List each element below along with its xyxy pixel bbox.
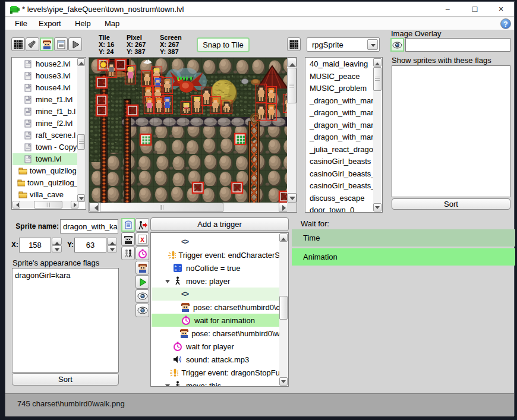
sprite-list-item[interactable]: discuss_escape	[306, 192, 374, 205]
help-icon[interactable]: ?	[500, 18, 511, 29]
tree-item-raft-scene-l[interactable]: raft_scene.l	[12, 130, 78, 141]
tree-item-mine-f1-b-l[interactable]: mine_f1_b.l	[12, 106, 78, 118]
tree-item-mine-f2-lvl[interactable]: mine_f2.lvl	[12, 118, 78, 130]
image-overlay-input[interactable]	[405, 38, 510, 52]
screen-coord-label: Screen	[160, 34, 182, 41]
trigger-vscrollbar[interactable]	[279, 233, 288, 386]
move-sprite-button[interactable]	[135, 218, 149, 232]
appearance-flag-item[interactable]: dragonGirl=kara	[15, 270, 116, 282]
properties-tool-button[interactable]	[54, 37, 68, 51]
trigger-row[interactable]: wait for animation	[152, 314, 280, 327]
pose-icon	[181, 302, 190, 312]
x-input[interactable]	[19, 238, 51, 252]
sprite-list-item[interactable]: door_town_0	[306, 204, 374, 213]
play-tool-button[interactable]	[68, 37, 82, 51]
tree-hscrollbar[interactable]	[12, 201, 78, 209]
tree-item-house4-lvl[interactable]: house4.lvl	[12, 82, 78, 94]
sprite-list-item[interactable]: _dragon_with_mar	[306, 107, 374, 119]
flags-filter-label: Show sprites with these flags	[392, 56, 491, 65]
trigger-row[interactable]: Trigger event: endCharacterS	[152, 248, 280, 261]
sprite-type-dropdown[interactable]: rpgSprite	[307, 37, 380, 52]
sprite-list-item[interactable]: casinoGirl_beasts_	[306, 180, 374, 192]
tree-vscrollbar[interactable]	[77, 58, 85, 202]
menu-help[interactable]: Help	[71, 17, 94, 30]
appearance-flags-listbox[interactable]: dragonGirl=kara	[12, 268, 119, 372]
walk-mode-button[interactable]	[121, 247, 135, 260]
expand-arrow[interactable]	[165, 383, 171, 387]
sprite-list-item[interactable]: _dragon_with_mar	[306, 131, 374, 144]
wait-option-time[interactable]: Time	[292, 229, 515, 247]
visibility-button-1[interactable]	[135, 289, 149, 303]
menu-file[interactable]: File	[11, 17, 31, 30]
map-hscrollbar[interactable]	[89, 203, 288, 212]
sprite-list-item[interactable]: _dragon_with_mar	[306, 95, 374, 108]
tree-item-town-Copy[interactable]: town - Copy	[12, 141, 78, 153]
sprite-list-item[interactable]: _dragon_with_mar	[306, 119, 374, 132]
run-button[interactable]	[135, 275, 149, 289]
tree-item-label: house2.lvl	[36, 58, 71, 70]
grid-tool-button[interactable]	[11, 37, 25, 51]
map-vscrollbar[interactable]	[287, 58, 297, 203]
script-mode-button[interactable]	[121, 218, 135, 232]
flags-filter-sort-button[interactable]: Sort	[392, 198, 510, 210]
grid-toggle-button[interactable]	[287, 37, 301, 51]
x-stepper[interactable]	[52, 238, 62, 252]
sprite-list-item[interactable]: casinoGirl_beasts_	[306, 168, 374, 181]
tree-item-town-quizilog-[interactable]: town_quizilog_	[12, 177, 78, 189]
tree-item-house2-lvl[interactable]: house2.lvl	[12, 58, 78, 70]
tree-item-mine-f1-lvl[interactable]: mine_f1.lvl	[12, 94, 78, 106]
tree-item-villa-cave[interactable]: villa_cave	[12, 189, 78, 201]
sprite-tool-button[interactable]	[40, 37, 53, 51]
trigger-row[interactable]: pose: charset\humbird0\w	[152, 327, 280, 340]
y-input[interactable]	[74, 238, 106, 252]
trigger-row[interactable]: move: player	[152, 274, 280, 288]
maximize-button[interactable]: □	[463, 2, 487, 17]
y-stepper[interactable]	[107, 238, 117, 252]
pose-button[interactable]	[135, 261, 149, 274]
trigger-row[interactable]: wait for player	[152, 340, 280, 353]
add-trigger-button[interactable]: Add a trigger	[150, 217, 289, 231]
trigger-row-label: noCollide = true	[186, 264, 240, 273]
trigger-row[interactable]: <>	[152, 288, 280, 301]
map-canvas[interactable]	[89, 58, 287, 203]
trigger-row[interactable]: move: this	[152, 379, 280, 387]
expand-arrow[interactable]	[165, 279, 171, 284]
menu-map[interactable]: Map	[101, 17, 123, 30]
trigger-row[interactable]: <>	[152, 235, 280, 248]
sprite-list-item[interactable]: casinoGirl_beasts	[306, 156, 374, 168]
visibility-button-2[interactable]	[135, 304, 149, 317]
menu-export[interactable]: Export	[35, 17, 65, 30]
tree-item-label: mine_f1.lvl	[36, 94, 72, 106]
tile-x: X: 16	[99, 41, 114, 48]
dropdown-arrow[interactable]	[367, 39, 378, 50]
sprite-list-vscrollbar[interactable]	[373, 58, 382, 211]
folder-icon	[17, 179, 25, 187]
overlay-eye-button[interactable]	[390, 38, 404, 52]
npc-mode-button[interactable]	[121, 232, 135, 246]
minimize-button[interactable]: −	[436, 2, 459, 17]
wait-option-animation[interactable]: Animation	[292, 248, 515, 266]
trigger-row[interactable]: Trigger event: dragonStopFu	[152, 366, 280, 379]
snap-to-tile-button[interactable]: Snap to Tile	[197, 37, 250, 52]
appearance-flags-sort-button[interactable]: Sort	[12, 373, 119, 386]
sprite-list-item[interactable]: MUSIC_problem	[306, 83, 374, 95]
flags-filter-listbox[interactable]	[392, 65, 510, 197]
tree-item-town-lvl[interactable]: town.lvl	[12, 153, 78, 165]
trigger-tree[interactable]: <>Trigger event: endCharacterS+−×÷noColl…	[150, 232, 289, 387]
close-button[interactable]: ×	[489, 2, 513, 17]
timer-button[interactable]	[135, 247, 149, 260]
tileset-tool-button[interactable]	[26, 37, 39, 51]
trigger-row[interactable]: +−×÷noCollide = true	[152, 261, 280, 274]
tree-item-house3-lvl[interactable]: house3.lvl	[12, 70, 78, 82]
sprite-list-item[interactable]: MUSIC_peace	[306, 71, 374, 83]
trigger-row[interactable]: sound: attack.mp3	[152, 353, 280, 366]
tree-item-town-quizilog[interactable]: town_quizilog	[12, 165, 78, 177]
level-file-tree[interactable]: house2.lvlhouse3.lvlhouse4.lvlmine_f1.lv…	[11, 57, 86, 210]
sprite-list-item[interactable]: _julia_react_drago	[306, 144, 374, 156]
delete-button[interactable]: x	[135, 232, 149, 246]
sprite-list-item[interactable]: 40_maid_leaving	[306, 58, 374, 71]
file-icon	[24, 143, 33, 151]
sprite-name-list[interactable]: 40_maid_leavingMUSIC_peaceMUSIC_problem_…	[305, 57, 383, 213]
sprite-name-input[interactable]	[60, 219, 118, 233]
trigger-row[interactable]: pose: charset\humbird0\c	[152, 301, 280, 314]
